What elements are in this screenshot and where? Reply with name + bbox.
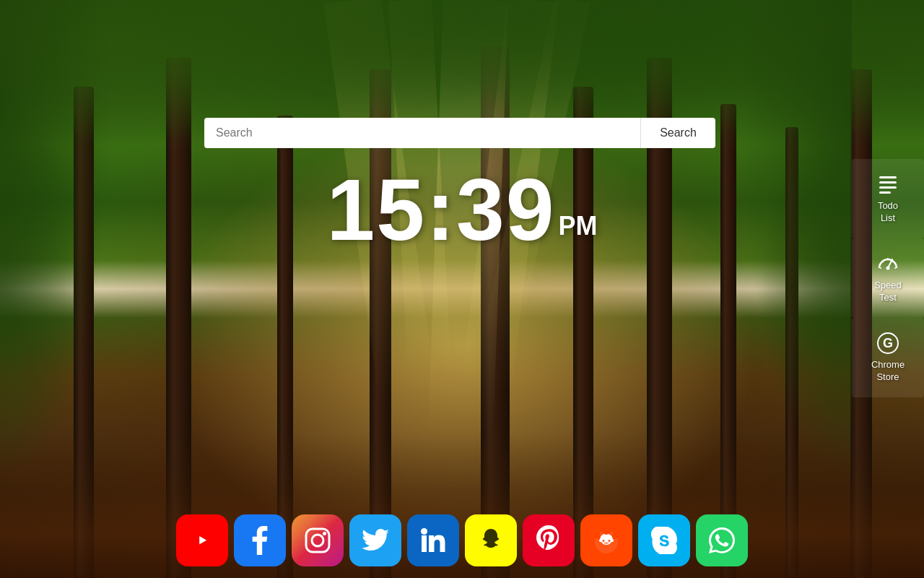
social-icon-reddit[interactable] <box>580 514 632 566</box>
list-icon <box>876 173 899 196</box>
social-bar <box>0 514 924 566</box>
svg-point-4 <box>886 267 890 270</box>
social-icon-youtube[interactable] <box>176 514 228 566</box>
search-button[interactable]: Search <box>640 118 715 148</box>
svg-point-21 <box>602 527 611 535</box>
svg-line-9 <box>892 262 894 263</box>
svg-rect-1 <box>879 181 897 184</box>
facebook-icon <box>252 526 268 555</box>
social-icon-pinterest[interactable] <box>523 514 575 566</box>
todo-list-label: TodoList <box>878 200 898 225</box>
svg-rect-15 <box>422 535 427 552</box>
social-icon-linkedin[interactable] <box>407 514 459 566</box>
svg-text:G: G <box>883 336 893 350</box>
social-icon-snapchat[interactable] <box>465 514 517 566</box>
search-container: Search <box>204 118 715 148</box>
social-icon-facebook[interactable] <box>234 514 286 566</box>
linkedin-icon <box>419 527 447 554</box>
svg-point-19 <box>612 533 618 539</box>
clock-ampm: PM <box>558 211 597 241</box>
svg-line-7 <box>883 262 884 263</box>
youtube-icon <box>188 530 216 551</box>
svg-point-13 <box>312 535 323 546</box>
speed-test-label: SpeedTest <box>874 280 902 304</box>
clock-display: 15:39 PM <box>0 166 924 253</box>
chrome-icon: G <box>876 332 899 355</box>
social-icon-twitter[interactable] <box>349 514 401 566</box>
snapchat-icon <box>477 527 505 554</box>
pinterest-icon <box>536 525 561 556</box>
svg-rect-3 <box>879 191 891 194</box>
social-icon-whatsapp[interactable] <box>696 514 748 566</box>
reddit-icon <box>592 527 621 554</box>
sidebar-item-chrome-store[interactable]: G ChromeStore <box>852 318 924 397</box>
sidebar-item-speed-test[interactable]: SpeedTest <box>852 238 924 318</box>
right-sidebar: TodoList SpeedTest G ChromeStore <box>852 159 924 397</box>
whatsapp-icon <box>708 527 736 554</box>
social-icon-instagram[interactable] <box>292 514 344 566</box>
svg-rect-2 <box>879 186 897 189</box>
chrome-store-label: ChromeStore <box>871 359 905 384</box>
search-input[interactable] <box>204 118 640 148</box>
skype-icon <box>650 527 678 554</box>
svg-point-16 <box>421 528 427 535</box>
sidebar-item-todo-list[interactable]: TodoList <box>852 159 924 238</box>
svg-point-14 <box>323 532 326 535</box>
speedometer-icon <box>876 252 899 275</box>
twitter-icon <box>362 529 389 552</box>
svg-rect-0 <box>879 176 897 178</box>
svg-point-20 <box>595 533 601 539</box>
clock-time: 15:39 <box>327 166 556 253</box>
social-icon-skype[interactable] <box>638 514 690 566</box>
instagram-icon <box>304 527 331 554</box>
